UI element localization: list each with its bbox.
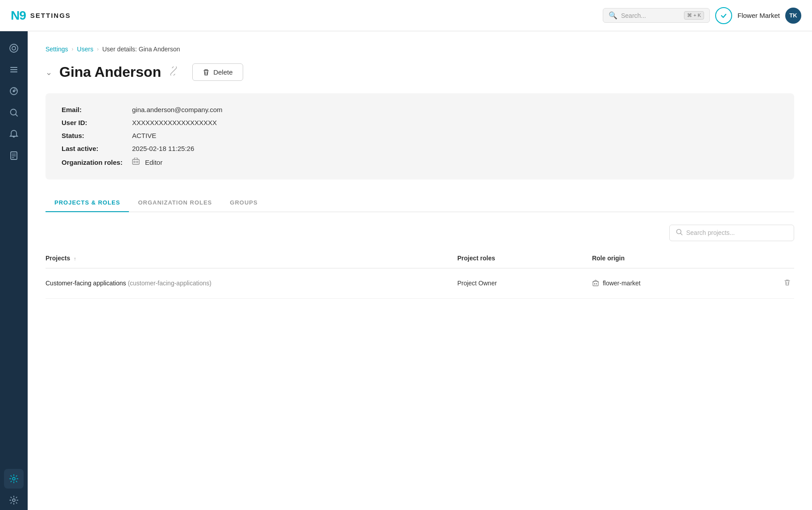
email-label: Email: <box>62 106 128 113</box>
svg-rect-15 <box>593 281 598 286</box>
avatar[interactable]: TK <box>785 8 801 24</box>
breadcrumb: Settings › Users › User details: Gina An… <box>46 46 794 53</box>
user-info-card: Email: gina.anderson@company.com User ID… <box>46 93 794 180</box>
search-icon: 🔍 <box>609 11 617 20</box>
logo-n: N <box>11 8 19 22</box>
last-active-value: 2025-02-18 11:25:26 <box>132 145 194 152</box>
breadcrumb-sep-1: › <box>72 46 74 52</box>
last-active-label: Last active: <box>62 145 128 152</box>
last-active-row: Last active: 2025-02-18 11:25:26 <box>62 145 778 152</box>
page-title: Gina Anderson <box>59 64 161 80</box>
project-slug: (customer-facing-applications) <box>128 280 211 287</box>
col-header-roles: Project roles <box>457 250 592 268</box>
col-header-origin: Role origin <box>592 250 757 268</box>
email-row: Email: gina.anderson@company.com <box>62 106 778 113</box>
delete-label: Delete <box>213 68 232 76</box>
sidebar-item-dashboard[interactable] <box>4 38 24 58</box>
svg-point-1 <box>12 46 16 50</box>
main-content: Settings › Users › User details: Gina An… <box>28 31 812 510</box>
svg-rect-12 <box>134 161 135 163</box>
delete-button[interactable]: Delete <box>192 63 243 81</box>
svg-rect-16 <box>594 283 595 284</box>
sort-icon[interactable]: ↑ <box>74 256 76 261</box>
breadcrumb-users[interactable]: Users <box>77 46 94 53</box>
link-icon[interactable] <box>169 67 178 78</box>
svg-rect-3 <box>10 69 17 70</box>
sidebar-item-settings2[interactable] <box>4 490 24 510</box>
breadcrumb-sep-2: › <box>97 46 99 52</box>
sidebar <box>0 31 28 510</box>
user-id-label: User ID: <box>62 119 128 126</box>
svg-point-6 <box>13 90 15 92</box>
user-id-row: User ID: XXXXXXXXXXXXXXXXXXX <box>62 119 778 126</box>
tab-groups[interactable]: GROUPS <box>221 194 266 212</box>
projects-toolbar <box>46 225 794 241</box>
table-row: Customer-facing applications (customer-f… <box>46 268 794 298</box>
tab-org-roles[interactable]: ORGANIZATION ROLES <box>129 194 221 212</box>
svg-rect-2 <box>10 67 17 68</box>
svg-rect-17 <box>596 283 597 284</box>
delete-row-button[interactable] <box>780 277 794 289</box>
status-row: Status: ACTIVE <box>62 132 778 139</box>
col-header-projects: Projects ↑ <box>46 250 457 268</box>
tab-projects-roles[interactable]: PROJECTS & ROLES <box>46 194 129 212</box>
svg-point-0 <box>10 44 18 52</box>
project-search-box[interactable] <box>669 225 794 241</box>
row-action-cell <box>757 268 794 298</box>
svg-point-10 <box>12 499 15 502</box>
projects-table: Projects ↑ Project roles Role origin Cus… <box>46 250 794 299</box>
sidebar-item-settings[interactable] <box>4 469 24 489</box>
project-search-icon <box>676 229 683 237</box>
sidebar-item-search[interactable] <box>4 103 24 122</box>
search-placeholder: Search... <box>621 12 680 19</box>
breadcrumb-current: User details: Gina Anderson <box>102 46 180 53</box>
svg-rect-4 <box>10 71 17 72</box>
project-name-cell: Customer-facing applications (customer-f… <box>46 268 457 298</box>
app-title: SETTINGS <box>30 12 71 19</box>
org-name: Flower Market <box>737 12 780 19</box>
breadcrumb-settings[interactable]: Settings <box>46 46 68 53</box>
org-roles-row: Organization roles: Editor <box>62 158 778 167</box>
tabs: PROJECTS & ROLES ORGANIZATION ROLES GROU… <box>46 194 794 212</box>
status-value: ACTIVE <box>132 132 156 139</box>
header: N9 SETTINGS 🔍 Search... ⌘ + K Flower Mar… <box>0 0 812 31</box>
search-shortcut: ⌘ + K <box>684 11 704 20</box>
logo-area: N9 SETTINGS <box>11 8 91 23</box>
project-role: Project Owner <box>457 280 497 287</box>
svg-point-9 <box>12 477 15 480</box>
logo: N9 <box>11 8 26 23</box>
origin-building-icon <box>592 279 599 288</box>
sidebar-item-list[interactable] <box>4 60 24 79</box>
org-roles-label: Organization roles: <box>62 159 128 166</box>
status-label: Status: <box>62 132 128 139</box>
org-roles-value: Editor <box>145 159 162 166</box>
user-id-value: XXXXXXXXXXXXXXXXXXX <box>132 119 217 126</box>
svg-rect-11 <box>133 159 139 164</box>
page-title-row: ⌄ Gina Anderson Delete <box>46 63 794 81</box>
origin-name: flower-market <box>603 280 641 287</box>
role-origin-cell: flower-market <box>592 268 757 298</box>
collapse-icon[interactable]: ⌄ <box>46 67 52 77</box>
svg-rect-13 <box>137 161 138 163</box>
logo-9: 9 <box>19 8 26 22</box>
project-name: Customer-facing applications <box>46 280 126 287</box>
global-search[interactable]: 🔍 Search... ⌘ + K <box>603 8 710 23</box>
sidebar-item-notifications[interactable] <box>4 124 24 144</box>
sidebar-item-reports[interactable] <box>4 146 24 165</box>
status-check-icon[interactable] <box>715 7 732 24</box>
project-role-cell: Project Owner <box>457 268 592 298</box>
col-header-action <box>757 250 794 268</box>
org-role-icon <box>132 158 140 167</box>
email-value: gina.anderson@company.com <box>132 106 223 113</box>
sidebar-item-analytics[interactable] <box>4 81 24 101</box>
project-search-input[interactable] <box>686 229 787 236</box>
